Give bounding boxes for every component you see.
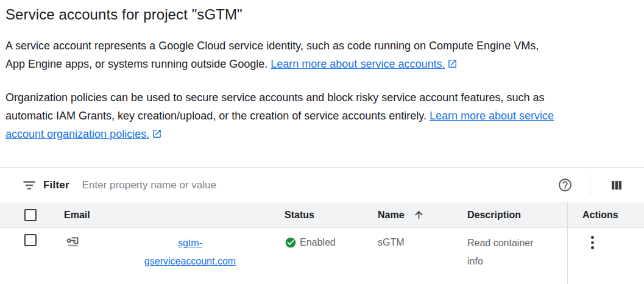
description-column-header[interactable]: Description xyxy=(460,202,567,227)
page-intro: Service accounts for project "sGTM" A se… xyxy=(0,5,644,143)
filter-label: Filter xyxy=(43,179,69,191)
name-text: sGTM xyxy=(378,237,405,247)
help-icon xyxy=(557,177,573,193)
filter-bar-divider xyxy=(590,174,590,196)
row-description-cell: Read container info xyxy=(460,228,567,284)
filter-input[interactable] xyxy=(82,179,557,191)
status-text: Enabled xyxy=(300,236,336,249)
email-column-label: Email xyxy=(64,210,90,221)
row-actions-menu-button[interactable] xyxy=(586,234,599,251)
name-column-label: Name xyxy=(378,210,405,221)
table-header: Email Status Name Description Actions xyxy=(0,202,644,228)
status-column-header[interactable]: Status xyxy=(277,202,369,227)
row-email-cell: sgtm-gserviceaccount.com xyxy=(55,228,277,284)
description-column-label: Description xyxy=(467,210,521,221)
row-name-cell: sGTM xyxy=(369,228,460,284)
open-in-new-icon xyxy=(447,59,458,69)
more-vert-icon xyxy=(591,236,594,239)
table-row: sgtm-gserviceaccount.com Enabled sGTM Re… xyxy=(0,228,644,284)
actions-column-label: Actions xyxy=(582,210,618,221)
intro-paragraph: A service account represents a Google Cl… xyxy=(5,37,557,73)
select-all-checkbox[interactable] xyxy=(24,209,37,221)
open-in-new-icon xyxy=(152,129,162,139)
columns-icon xyxy=(609,178,624,193)
help-button[interactable] xyxy=(557,177,573,193)
column-display-options-button[interactable] xyxy=(609,178,624,193)
email-column-header[interactable]: Email xyxy=(55,202,277,227)
service-account-key-icon xyxy=(66,235,80,249)
service-accounts-table-card: Filter Email Status Name Description xyxy=(0,167,644,284)
page-title: Service accounts for project "sGTM" xyxy=(5,5,637,24)
filter-list-icon[interactable] xyxy=(23,179,35,191)
sort-ascending-icon[interactable] xyxy=(413,209,425,221)
service-account-email-link[interactable]: sgtm-gserviceaccount.com xyxy=(144,238,236,266)
org-policy-paragraph: Organization policies can be used to sec… xyxy=(5,88,557,143)
description-text: Read container info xyxy=(467,238,534,266)
row-checkbox-cell xyxy=(0,228,55,284)
row-actions-cell xyxy=(567,228,644,284)
status-column-label: Status xyxy=(285,210,314,221)
row-status-cell: Enabled xyxy=(277,228,369,284)
filter-bar: Filter xyxy=(0,168,644,202)
row-checkbox[interactable] xyxy=(24,234,37,246)
status-enabled-check-icon xyxy=(285,236,297,249)
name-column-header[interactable]: Name xyxy=(369,202,460,227)
actions-column-header: Actions xyxy=(567,202,644,227)
learn-more-service-accounts-link[interactable]: Learn more about service accounts. xyxy=(271,58,445,70)
